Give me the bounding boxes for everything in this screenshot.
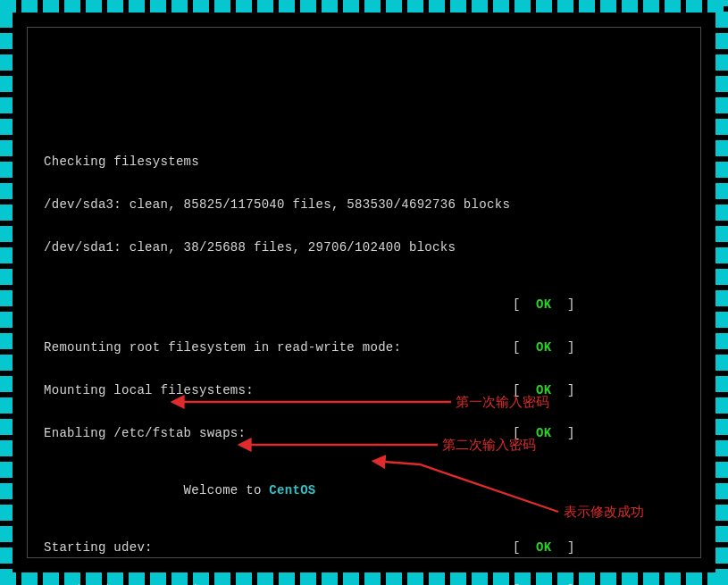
status-row: Mounting local filesystems: [ OK ] [44, 383, 684, 397]
status-ok: [ OK ] [513, 426, 575, 440]
status-row: Starting udev: [ OK ] [44, 540, 684, 555]
status-ok: [ OK ] [513, 383, 575, 397]
status-row: Remounting root filesystem in read-write… [44, 340, 684, 355]
os-name: CentOS [269, 483, 315, 497]
status-row: Enabling /etc/fstab swaps: [ OK ] [44, 426, 684, 440]
status-ok: [ OK ] [513, 540, 575, 555]
boot-line: Checking filesystems [44, 155, 684, 169]
boot-line: /dev/sda1: clean, 38/25688 files, 29706/… [44, 240, 684, 255]
welcome-line: Welcome to CentOS [44, 483, 684, 497]
status-ok: [ OK ] [513, 297, 575, 312]
boot-line: /dev/sda3: clean, 85825/1175040 files, 5… [44, 197, 684, 212]
terminal-window[interactable]: Checking filesystems /dev/sda3: clean, 8… [27, 27, 701, 558]
status-ok: [ OK ] [513, 340, 575, 355]
status-row: [ OK ] [44, 297, 684, 312]
